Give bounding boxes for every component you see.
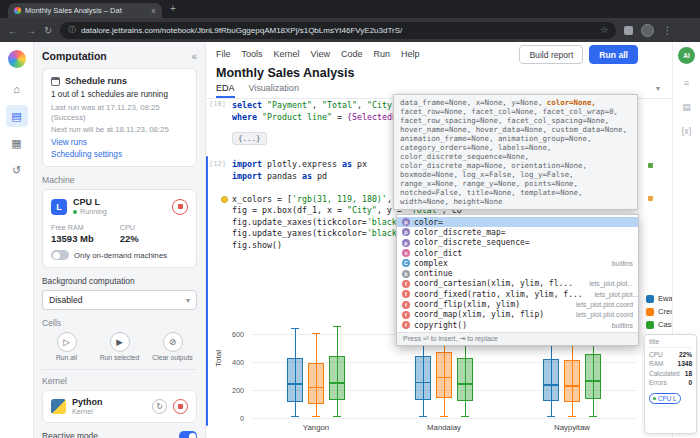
whisker-cap [312,416,320,417]
datalore-logo[interactable] [8,50,26,68]
autocomplete-item[interactable]: fcoord_fixed(ratio, xlim, ylim, f...lets… [397,289,638,299]
tab-eda[interactable]: EDA [216,83,235,98]
menu-help[interactable]: Help [401,49,420,59]
warning-marker[interactable] [648,196,653,201]
stop-icon [178,404,183,409]
box-median [564,385,580,387]
menu-view[interactable]: View [311,49,330,59]
menu-file[interactable]: File [216,49,231,59]
browser-profile-avatar[interactable] [641,24,654,37]
stop-machine-button[interactable] [172,199,188,215]
machine-chip[interactable]: CPU L [649,393,681,404]
bookmark-icon[interactable]: ☆ [600,25,608,35]
function-icon: f [402,280,410,288]
tab-title: Monthly Sales Analysis – Dat [25,6,147,15]
autocomplete-item[interactable]: vcolor_dict [397,248,638,258]
tab-close-icon[interactable]: × [151,6,156,16]
data-icon[interactable]: ▦ [6,132,28,154]
variables-icon[interactable]: {x} [681,126,692,136]
menu-kernel[interactable]: Kernel [274,49,300,59]
notebooks-icon[interactable]: ▤ [6,105,28,127]
extensions-icon[interactable] [624,26,633,35]
reload-icon[interactable]: ↻ [44,25,52,36]
browser-tab[interactable]: Monthly Sales Analysis – Dat × [8,3,162,18]
inspections-ok-marker[interactable] [648,163,653,168]
forward-icon[interactable]: → [26,25,36,36]
code-line: width=None, height=None [400,197,631,206]
interrupt-kernel-button[interactable] [173,399,188,414]
run-selected-icon: ▶ [110,332,130,352]
tab-visualization[interactable]: Visualization [249,83,299,98]
autocomplete-item[interactable]: pcolor= [397,217,638,227]
code-line: boxmode=None, log_x=False, log_y=False, [400,170,631,179]
menu-tools[interactable]: Tools [242,49,263,59]
box-median [415,382,431,384]
collapse-panel-icon[interactable]: « [191,51,197,62]
view-runs-link[interactable]: View runs [51,138,188,147]
datalore-favicon [14,7,21,14]
browser-menu-icon[interactable]: ⋮ [662,25,672,36]
menu-code[interactable]: Code [341,49,363,59]
address-bar[interactable]: ⓘ datalore.jetbrains.com/notebook/JbnL9f… [60,22,616,39]
clear-outputs-button[interactable]: ⊘Clear outputs [148,332,197,361]
restart-kernel-button[interactable]: ↻ [152,399,167,414]
toc-icon[interactable]: ≡ [684,78,689,88]
box [329,356,345,401]
run-all-button[interactable]: Run all [589,45,638,64]
y-tick-label: 0 [224,414,244,423]
function-icon: f [402,290,410,298]
metric-row: RAM1348 [649,360,692,367]
intention-bulb-icon[interactable] [221,196,228,203]
rail-icons: ⌂▤▦↺ [0,78,33,181]
on-demand-toggle[interactable] [51,250,69,260]
x-tick-label: Naypyitaw [532,423,612,432]
background-computation-label: Background computation [42,276,197,286]
box-median [457,383,473,385]
history-icon[interactable]: ↺ [6,159,28,181]
run-selected-button[interactable]: ▶Run selected [95,332,144,361]
autocomplete-item[interactable]: pcolor_discrete_map= [397,227,638,237]
collapsed-output-chip[interactable]: {...} [232,132,267,145]
autocomplete-item[interactable]: kcontinue [397,268,638,278]
reactive-mode-label: Reactive mode [42,431,98,438]
autocomplete-item[interactable]: fcoord_cartesian(xlim, ylim, fl...lets_p… [397,279,638,289]
site-info-icon[interactable]: ⓘ [68,25,76,35]
whisker-cap [440,416,448,417]
whisker-cap [333,416,341,417]
browser-toolbar: ← → ↻ ⓘ datalore.jetbrains.com/notebook/… [0,18,700,42]
cells-section-label: Cells [42,318,197,328]
run-all-button[interactable]: ▷Run all [42,332,91,361]
autocomplete-item[interactable]: pcolor_discrete_sequence= [397,238,638,248]
sheet-tabs: EDAVisualization [216,83,299,98]
autocomplete-list: pcolor=pcolor_discrete_map=pcolor_discre… [397,215,638,332]
parameter-info-popup: data_frame=None, x=None, y=None, color=N… [393,94,638,210]
attached-files-icon[interactable]: ▤ [682,102,691,112]
back-icon[interactable]: ← [8,25,18,36]
build-report-button[interactable]: Build report [519,45,583,64]
background-computation-select[interactable]: Disabled ▾ [42,290,197,310]
code-line: range_x=None, range_y=None, points=None, [400,179,631,188]
box-median [543,384,559,386]
metric-row: CPU22% [649,351,692,358]
new-tab-button[interactable]: + [170,3,176,14]
cpu-value: 22% [120,233,139,244]
sheets-chevron-icon[interactable]: ▾ [656,84,660,93]
metric-row: Errors0 [649,379,692,386]
autocomplete-hint: Press ⏎ to insert, ⇥ to replace [397,332,638,345]
home-icon[interactable]: ⌂ [6,78,28,100]
user-avatar[interactable]: AI [678,47,695,64]
menu-run[interactable]: Run [373,49,390,59]
autocomplete-item[interactable]: fcoord_map(xlim, ylim, flip)lets_plot.pl… [397,310,638,320]
code-line: animation_frame=None, animation_group=No… [400,134,631,143]
schedule-last-run: Last run was at 17.11.23, 08:25 (Success… [51,103,188,123]
autocomplete-item[interactable]: fcopyright()builtins [397,320,638,330]
machine-name: CPU L [73,197,107,207]
kernel-card: Python Kernel ↻ [42,390,197,423]
stop-icon [178,204,183,209]
autocomplete-item[interactable]: fcoord_flip(xlim, ylim)lets_plot.plot.co… [397,299,638,309]
reactive-mode-toggle[interactable] [179,431,197,438]
menu-bar: FileToolsKernelViewCodeRunHelp [216,49,419,59]
scheduling-settings-link[interactable]: Scheduling settings [51,150,188,159]
machine-section-label: Machine [42,175,197,185]
autocomplete-item[interactable]: Ccomplexbuiltins [397,258,638,268]
